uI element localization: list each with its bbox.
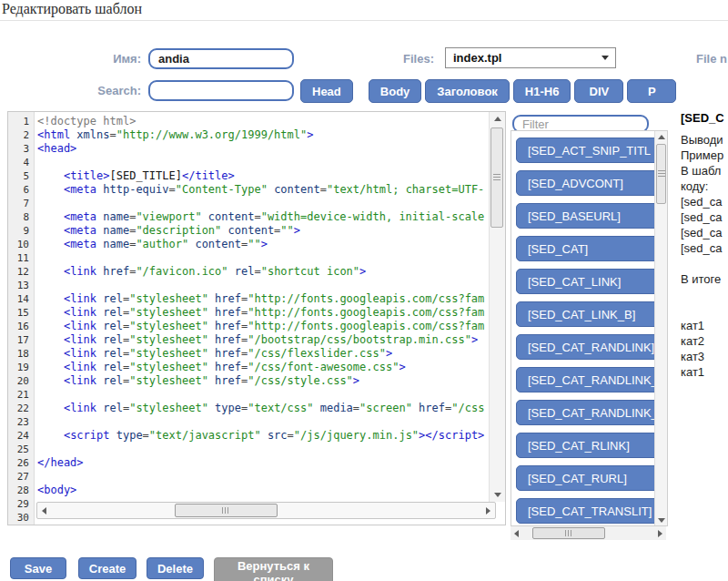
line-number: 3: [8, 142, 34, 156]
code-line: <link href="/favicon.ico" rel="shortcut …: [37, 265, 489, 279]
files-select[interactable]: index.tpl: [445, 47, 616, 68]
help-line: кат3: [681, 349, 728, 364]
title-divider: [0, 20, 728, 21]
line-number: 17: [8, 333, 34, 347]
tag-button[interactable]: [SED_CAT_RANDLINK]: [516, 334, 655, 360]
tag-button[interactable]: [SED_CAT_RURL]: [516, 465, 655, 491]
tag-list-panel: [SED_ACT_SNIP_TITL[SED_ADVCONT][SED_BASE…: [511, 130, 668, 526]
help-line: кат1: [681, 318, 728, 333]
tag-button[interactable]: [SED_CAT_RLINK]: [516, 433, 655, 458]
tag-button[interactable]: [SED_CAT]: [516, 236, 655, 261]
insert-button-head[interactable]: Head: [300, 79, 353, 103]
line-number: 24: [8, 429, 34, 443]
create-button[interactable]: Create: [78, 557, 136, 579]
line-number: 14: [8, 292, 34, 306]
delete-button[interactable]: Delete: [147, 557, 204, 579]
line-number: 27: [8, 470, 34, 484]
tag-button[interactable]: [SED_ACT_SNIP_TITL: [516, 138, 655, 163]
code-line: <body>: [37, 484, 489, 497]
tag-help-panel: [SED_C ВыводиПримерВ шаблкоду:[sed_ca[se…: [681, 111, 728, 380]
tag-list-vertical-scrollbar[interactable]: [654, 131, 667, 525]
line-number: 4: [8, 156, 34, 169]
insert-button-p[interactable]: P: [627, 79, 676, 103]
editor-vertical-scrollbar[interactable]: [489, 112, 505, 502]
code-line: <meta name="description" content="">: [37, 224, 489, 238]
name-input[interactable]: [148, 48, 294, 69]
tag-help-lines: ВыводиПримерВ шаблкоду:[sed_ca[sed_ca[se…: [681, 132, 728, 380]
insert-button-h1-h6[interactable]: H1-H6: [513, 79, 571, 103]
line-number: 7: [8, 197, 34, 210]
editor-vscroll-thumb[interactable]: [490, 127, 503, 228]
search-input[interactable]: [148, 80, 294, 101]
save-button[interactable]: Save: [10, 557, 66, 579]
tag-list-horizontal-scrollbar[interactable]: [511, 526, 666, 540]
tag-button[interactable]: [SED_ADVCONT]: [516, 170, 655, 196]
insert-button-body[interactable]: Body: [369, 79, 422, 103]
code-line: [37, 443, 489, 456]
back-to-list-button[interactable]: Вернуться к списку: [214, 557, 333, 581]
line-number: 30: [8, 511, 34, 525]
scroll-right-icon[interactable]: [481, 503, 495, 518]
line-number: 15: [8, 306, 34, 320]
tag-button[interactable]: [SED_CAT_LINK_B]: [516, 301, 655, 327]
scroll-up-icon[interactable]: [655, 131, 667, 142]
help-line: [sed_ca: [681, 209, 728, 225]
insert-button-div[interactable]: DIV: [574, 79, 623, 103]
help-line: В шабл: [681, 163, 728, 178]
help-line: В итоге: [681, 271, 728, 287]
tag-button[interactable]: [SED_BASEURL]: [516, 203, 655, 229]
chevron-down-icon: [602, 56, 609, 60]
code-line: <link rel="stylesheet" href="/css/style.…: [37, 374, 489, 388]
line-number: 20: [8, 374, 34, 388]
tag-list-hscroll-thumb[interactable]: [532, 527, 605, 539]
code-line: <link rel="stylesheet" href="http://font…: [37, 320, 489, 333]
code-line: <script type="text/javascript" src="/js/…: [37, 429, 489, 443]
code-line: <head>: [37, 142, 489, 156]
line-number: 28: [8, 484, 34, 497]
help-line: [sed_ca: [681, 240, 728, 256]
editor-horizontal-scrollbar[interactable]: [36, 502, 496, 519]
code-line: </head>: [37, 456, 489, 470]
file-name-label: File n: [696, 52, 727, 66]
insert-button-заголовок[interactable]: Заголовок: [425, 79, 510, 103]
code-line: <link rel="stylesheet" type="text/css" m…: [37, 402, 489, 415]
help-line: кат1: [681, 364, 728, 380]
template-editor-page: Редактировать шаблон Имя: Files: index.t…: [0, 0, 728, 581]
tag-button[interactable]: [SED_CAT_LINK]: [516, 269, 655, 294]
code-line: [37, 251, 489, 265]
code-line: <link rel="stylesheet" href="http://font…: [37, 306, 489, 320]
page-title: Редактировать шаблон: [2, 1, 142, 17]
help-line: Выводи: [681, 132, 728, 148]
scroll-up-icon[interactable]: [490, 112, 505, 126]
scroll-left-icon[interactable]: [37, 503, 51, 518]
line-number: 21: [8, 388, 34, 402]
code-line: <meta http-equiv="Content-Type" content=…: [37, 183, 489, 197]
editor-hscroll-thumb[interactable]: [175, 504, 278, 517]
editor-gutter: 1234567891011121314151617181920212223242…: [8, 112, 35, 525]
scroll-left-icon[interactable]: [511, 526, 522, 540]
code-lines[interactable]: <!doctype html><html xmlns="http://www.w…: [37, 115, 489, 502]
code-line: <meta name="viewport" content="width=dev…: [37, 210, 489, 224]
tag-button[interactable]: [SED_CAT_TRANSLIT]: [516, 498, 655, 524]
line-number: 25: [8, 443, 34, 456]
tag-button[interactable]: [SED_CAT_RANDLINK_: [516, 367, 655, 392]
tag-list: [SED_ACT_SNIP_TITL[SED_ADVCONT][SED_BASE…: [511, 131, 655, 525]
code-line: [37, 279, 489, 292]
line-number: 12: [8, 265, 34, 279]
scroll-down-icon[interactable]: [655, 515, 667, 525]
code-line: [37, 156, 489, 169]
line-number: 13: [8, 279, 34, 292]
insert-buttons-row: HeadBodyЗаголовокH1-H6DIVP: [300, 79, 676, 103]
files-label: Files:: [387, 52, 434, 66]
tag-button[interactable]: [SED_CAT_RANDLINK_: [516, 400, 655, 425]
scroll-down-icon[interactable]: [490, 488, 505, 502]
help-line: [sed_ca: [681, 194, 728, 209]
line-number: 18: [8, 347, 34, 361]
tag-list-vscroll-thumb[interactable]: [656, 144, 666, 204]
scroll-right-icon[interactable]: [654, 526, 666, 540]
help-line: [681, 287, 728, 302]
code-line: [37, 470, 489, 484]
line-number: 22: [8, 402, 34, 415]
line-number: 2: [8, 128, 34, 142]
line-number: 23: [8, 415, 34, 429]
